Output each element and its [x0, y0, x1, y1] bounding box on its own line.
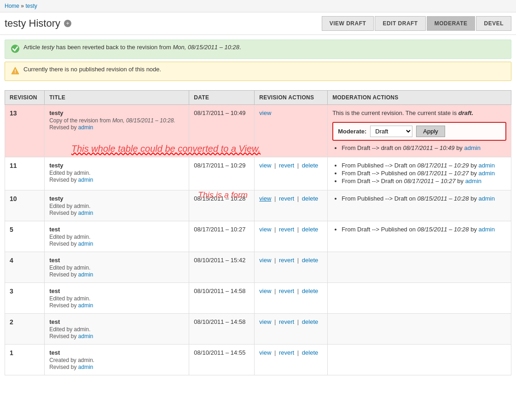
moderate-select[interactable]: Draft Published	[370, 126, 412, 137]
warning-message: ! Currently there is no published revisi…	[5, 62, 511, 81]
cell-date: 08/15/2011 – 10:28	[189, 190, 255, 221]
messages-area: Article testy has been reverted back to …	[0, 35, 516, 86]
moderation-history-item: From Draft --> Draft on 08/17/2011 – 10:…	[342, 178, 506, 184]
moderation-history-item: From Published --> Draft on 08/15/2011 –…	[342, 195, 506, 202]
view-link[interactable]: view	[259, 162, 271, 169]
moderation-history: From Published --> Draft on 08/15/2011 –…	[332, 195, 506, 202]
page-title: testy History	[5, 17, 60, 29]
view-link[interactable]: view	[259, 288, 271, 294]
admin-link[interactable]: admin	[479, 162, 495, 169]
cell-title: test Created by admin. Revised by admin	[45, 345, 189, 375]
admin-link[interactable]: admin	[479, 226, 495, 233]
revert-link[interactable]: revert	[279, 226, 294, 233]
cell-title: testy Edited by admin. Revised by admin	[45, 157, 189, 190]
cell-title: test Edited by admin. Revised by admin	[45, 252, 189, 283]
revert-link[interactable]: revert	[279, 288, 294, 294]
moderation-form-row: This is the current revision. The curren…	[332, 109, 506, 152]
admin-link[interactable]: admin	[465, 178, 481, 184]
cell-moderation-actions: From Published --> Draft on 08/17/2011 –…	[328, 157, 511, 190]
moderation-history: From Draft --> Published on 08/15/2011 –…	[332, 226, 506, 233]
cell-date: 08/17/2011 – 10:27	[189, 221, 255, 252]
moderate-form: Moderate: Draft Published Apply	[332, 122, 506, 141]
cell-revision-num: 10	[5, 190, 45, 221]
cell-date: 08/17/2011 – 10:29	[189, 157, 255, 190]
revised-by-link[interactable]: admin	[78, 302, 93, 309]
delete-link[interactable]: delete	[302, 162, 318, 169]
cell-revision-actions: view | revert | delete	[255, 345, 328, 375]
table-row: 11 testy Edited by admin. Revised by adm…	[5, 157, 511, 190]
view-link[interactable]: view	[259, 226, 271, 233]
revised-by-link[interactable]: admin	[78, 210, 93, 216]
admin-link[interactable]: admin	[479, 170, 495, 177]
moderation-history: From Published --> Draft on 08/17/2011 –…	[332, 162, 506, 184]
col-moderation-actions: MODERATION ACTIONS	[328, 91, 511, 105]
add-icon[interactable]: +	[64, 20, 71, 27]
cell-revision-actions: view | revert | delete	[255, 252, 328, 283]
view-link[interactable]: view	[259, 318, 271, 325]
page-title-area: testy History +	[5, 17, 71, 29]
delete-link[interactable]: delete	[302, 226, 318, 233]
cell-revision-num: 5	[5, 221, 45, 252]
delete-link[interactable]: delete	[302, 349, 318, 356]
cell-moderation-actions	[328, 345, 511, 375]
table-row: 10 testy Edited by admin. Revised by adm…	[5, 190, 511, 221]
col-title: TITLE	[45, 91, 189, 105]
revised-by-link[interactable]: admin	[78, 177, 93, 183]
view-link[interactable]: view	[259, 349, 271, 356]
revised-by-link[interactable]: admin	[78, 124, 93, 131]
cell-date: 08/17/2011 – 10:49	[189, 105, 255, 157]
breadcrumb: Home » testy	[0, 0, 516, 12]
cell-revision-num: 13	[5, 105, 45, 157]
revert-link[interactable]: revert	[279, 195, 294, 202]
apply-button[interactable]: Apply	[416, 126, 445, 137]
testy-link[interactable]: testy	[25, 3, 37, 9]
cell-moderation-actions: From Published --> Draft on 08/15/2011 –…	[328, 190, 511, 221]
delete-link[interactable]: delete	[302, 195, 318, 202]
tab-moderate[interactable]: MODERATE	[427, 16, 475, 31]
success-icon	[11, 44, 20, 55]
table-row: 4 test Edited by admin. Revised by admin…	[5, 252, 511, 283]
cell-revision-actions: view	[255, 105, 328, 157]
cell-revision-actions: view | revert | delete	[255, 314, 328, 345]
view-link[interactable]: view	[259, 109, 271, 116]
header-tabs: VIEW DRAFT EDIT DRAFT MODERATE DEVEL	[322, 16, 511, 31]
home-link[interactable]: Home	[5, 3, 19, 9]
cell-revision-num: 2	[5, 314, 45, 345]
revised-by-link[interactable]: admin	[78, 333, 93, 339]
delete-link[interactable]: delete	[302, 288, 318, 294]
cell-moderation-actions: From Draft --> Published on 08/15/2011 –…	[328, 221, 511, 252]
cell-date: 08/10/2011 – 14:55	[189, 345, 255, 375]
revised-by-link[interactable]: admin	[78, 364, 93, 370]
revert-link[interactable]: revert	[279, 349, 294, 356]
cell-moderation-actions	[328, 314, 511, 345]
table-row: 5 test Edited by admin. Revised by admin…	[5, 221, 511, 252]
cell-title: testy Copy of the revision from Mon, 08/…	[45, 105, 189, 157]
view-link[interactable]: view	[259, 195, 271, 202]
admin-link[interactable]: admin	[464, 144, 480, 151]
moderate-label: Moderate:	[338, 128, 366, 135]
revised-by-link[interactable]: admin	[78, 271, 93, 278]
main-content: This whole table could be converted to a…	[0, 86, 516, 380]
col-revision-actions: REVISION ACTIONS	[255, 91, 328, 105]
revert-link[interactable]: revert	[279, 318, 294, 325]
admin-link[interactable]: admin	[479, 195, 495, 202]
table-row: 3 test Edited by admin. Revised by admin…	[5, 283, 511, 314]
cell-title: test Edited by admin. Revised by admin	[45, 221, 189, 252]
svg-text:!: !	[14, 69, 16, 74]
tab-devel[interactable]: DEVEL	[476, 16, 511, 31]
revised-by-link[interactable]: admin	[78, 241, 93, 247]
tab-view-draft[interactable]: VIEW DRAFT	[322, 16, 374, 31]
view-link[interactable]: view	[259, 257, 271, 264]
col-revision: REVISION	[5, 91, 45, 105]
revert-link[interactable]: revert	[279, 257, 294, 264]
revert-link[interactable]: revert	[279, 162, 294, 169]
cell-moderation-actions	[328, 252, 511, 283]
delete-link[interactable]: delete	[302, 318, 318, 325]
delete-link[interactable]: delete	[302, 257, 318, 264]
col-date: DATE	[189, 91, 255, 105]
tab-edit-draft[interactable]: EDIT DRAFT	[375, 16, 425, 31]
cell-revision-actions: view | revert | delete	[255, 190, 328, 221]
warning-icon: !	[11, 66, 20, 77]
moderation-history-item: From Draft --> draft on 08/17/2011 – 10:…	[342, 144, 506, 151]
moderation-history-item: From Published --> Draft on 08/17/2011 –…	[342, 162, 506, 169]
